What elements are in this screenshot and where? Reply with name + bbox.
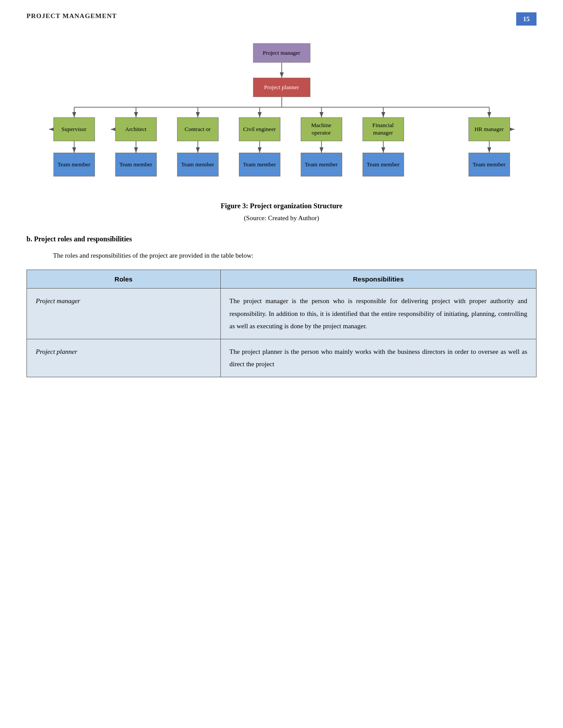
node-team-1: Team member [53,153,95,176]
node-team-7: Team member [469,153,510,176]
node-supervisor: Supervisor [53,117,95,141]
node-project-planner: Project planner [253,78,310,97]
section-b-heading: b. Project roles and responsibilities [26,235,537,243]
node-project-manager: Project manager [253,43,310,63]
node-team-4: Team member [239,153,280,176]
section-b-intro: The roles and responsibilities of the pr… [53,250,537,261]
node-architect: Architect [115,117,157,141]
node-civil-engineer: Civil engineer [239,117,280,141]
col-roles: Roles [27,270,221,289]
role-cell-1: Project manager [27,289,221,339]
figure-caption: Figure 3: Project organization Structure [83,202,480,210]
node-team-3: Team member [177,153,219,176]
resp-cell-1: The project manager is the person who is… [220,289,536,339]
node-team-2: Team member [115,153,157,176]
page-number: 15 [516,12,537,26]
node-hr-manager: HR manager [469,117,510,141]
org-chart: Project manager Project planner Supervis… [39,39,525,189]
roles-table: Roles Responsibilities Project manager T… [26,270,537,377]
node-financial-manager: Financial manager [363,117,404,141]
col-responsibilities: Responsibilities [220,270,536,289]
page-title: PROJECT MANAGEMENT [26,12,117,20]
role-cell-2: Project planner [27,339,221,377]
resp-cell-2: The project planner is the person who ma… [220,339,536,377]
node-contractor: Contract or [177,117,219,141]
node-team-5: Team member [301,153,342,176]
node-machine-operator: Machine operator [301,117,342,141]
node-team-6: Team member [363,153,404,176]
table-row: Project manager The project manager is t… [27,289,537,339]
table-row: Project planner The project planner is t… [27,339,537,377]
figure-source: (Source: Created by Author) [0,214,563,222]
